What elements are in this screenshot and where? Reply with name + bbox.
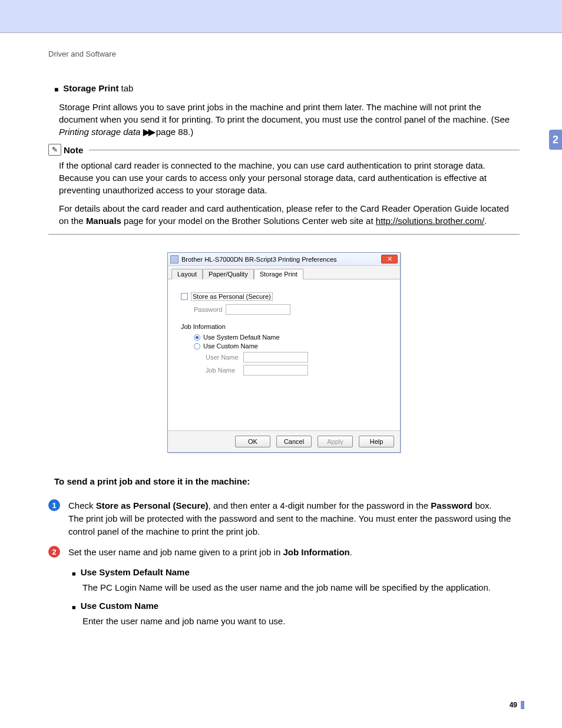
howto-heading: To send a print job and store it in the …: [54, 476, 520, 486]
job-info-group: Job Information: [181, 323, 389, 330]
step-badge-2: 2: [48, 546, 60, 558]
apply-button[interactable]: Apply: [318, 436, 353, 447]
printer-icon: [170, 255, 178, 263]
note-end-rule: [48, 234, 520, 235]
subitem-2-head: Use Custom Name: [81, 601, 159, 611]
tab-paper-quality[interactable]: Paper/Quality: [203, 269, 254, 279]
user-name-input[interactable]: [243, 352, 308, 363]
note-label: Note: [64, 145, 83, 155]
square-bullet-icon: ■: [72, 601, 76, 614]
note-body-1: If the optional card reader is connected…: [59, 159, 520, 196]
radio-system-default-label: Use System Default Name: [203, 334, 280, 341]
radio-custom-name[interactable]: [194, 343, 200, 350]
section-paragraph: Storage Print allows you to save print j…: [59, 101, 520, 138]
note-rule: [89, 150, 520, 150]
radio-system-default[interactable]: [194, 334, 200, 341]
tab-layout[interactable]: Layout: [171, 269, 203, 279]
page-number-bar-icon: [521, 701, 524, 709]
breadcrumb: Driver and Software: [48, 50, 520, 58]
square-bullet-icon: ■: [72, 567, 76, 580]
page-number: 49: [510, 701, 517, 709]
dialog-tabstrip: Layout Paper/Quality Storage Print: [168, 266, 400, 279]
square-bullet-icon: ■: [54, 83, 58, 96]
subitem-1-para: The PC Login Name will be used as the us…: [82, 582, 520, 592]
close-icon[interactable]: ✕: [381, 255, 398, 263]
chapter-tab: 2: [549, 130, 562, 150]
double-arrow-icon: ▶▶: [143, 127, 154, 137]
printing-preferences-dialog: Brother HL-S7000DN BR-Script3 Printing P…: [167, 252, 401, 453]
solutions-link[interactable]: http://solutions.brother.com/: [376, 216, 484, 226]
step-2-text: Set the user name and job name given to …: [68, 546, 352, 559]
radio-custom-name-label: Use Custom Name: [203, 342, 258, 350]
dialog-title: Brother HL-S7000DN BR-Script3 Printing P…: [181, 256, 381, 263]
subitem-1-head: Use System Default Name: [81, 567, 190, 577]
step-badge-1: 1: [48, 499, 60, 511]
note-body-2: For details about the card reader and ca…: [59, 202, 520, 227]
section-heading: Storage Print tab: [63, 83, 133, 93]
help-button[interactable]: Help: [359, 436, 394, 447]
step-1-text: Check Store as Personal (Secure), and th…: [68, 499, 520, 538]
dialog-titlebar: Brother HL-S7000DN BR-Script3 Printing P…: [168, 253, 400, 266]
subitem-2-para: Enter the user name and job name you wan…: [82, 616, 520, 626]
store-secure-checkbox[interactable]: [181, 293, 188, 300]
top-banner: [0, 0, 562, 33]
user-name-label: User Name: [206, 354, 243, 361]
ok-button[interactable]: OK: [235, 436, 270, 447]
tab-storage-print[interactable]: Storage Print: [254, 269, 303, 279]
note-pencil-icon: ✎: [48, 144, 61, 156]
cancel-button[interactable]: Cancel: [276, 436, 312, 447]
password-label: Password: [194, 306, 226, 313]
job-name-input[interactable]: [243, 365, 308, 375]
job-name-label: Job Name: [206, 367, 243, 374]
password-input[interactable]: [226, 304, 290, 315]
store-secure-label: Store as Personal (Secure): [191, 292, 273, 301]
